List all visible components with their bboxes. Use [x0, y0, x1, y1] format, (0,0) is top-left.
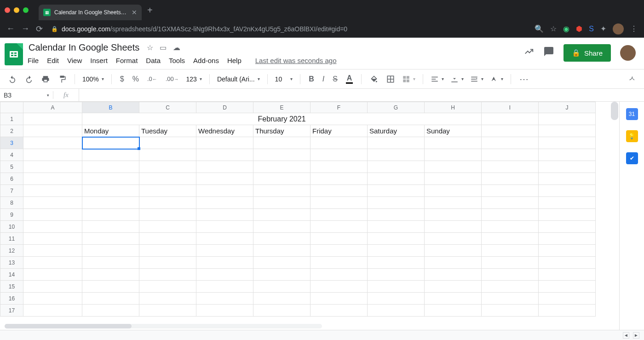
- cell-G5[interactable]: [368, 161, 425, 173]
- cell-F13[interactable]: [310, 257, 368, 269]
- cell-C6[interactable]: [139, 173, 196, 185]
- document-title[interactable]: Calendar In Google Sheets: [28, 41, 140, 54]
- tasks-sidepanel-icon[interactable]: ✔: [626, 152, 638, 164]
- reload-button[interactable]: ⟳: [36, 24, 43, 34]
- horizontal-align-dropdown[interactable]: ▾: [429, 75, 446, 83]
- cell-B11[interactable]: [82, 233, 139, 245]
- cell-I8[interactable]: [482, 197, 539, 209]
- currency-button[interactable]: $: [117, 73, 127, 85]
- cell-G14[interactable]: [368, 269, 425, 281]
- name-box[interactable]: B3 ▾: [0, 92, 53, 99]
- cell-G15[interactable]: [368, 281, 425, 293]
- cell-E13[interactable]: [253, 257, 310, 269]
- cell-F3[interactable]: [310, 137, 368, 149]
- cell-A2[interactable]: [23, 125, 82, 137]
- cell-A1[interactable]: [23, 113, 82, 125]
- cell-D13[interactable]: [196, 257, 253, 269]
- column-header-E[interactable]: E: [253, 102, 310, 113]
- cell-A4[interactable]: [23, 149, 82, 161]
- cell-F6[interactable]: [310, 173, 368, 185]
- cell-I12[interactable]: [482, 245, 539, 257]
- account-avatar[interactable]: [620, 45, 636, 61]
- comments-icon[interactable]: [543, 46, 554, 60]
- cell-J3[interactable]: [539, 137, 596, 149]
- cell-I3[interactable]: [482, 137, 539, 149]
- row-header-9[interactable]: 9: [0, 209, 23, 221]
- cell-G4[interactable]: [368, 149, 425, 161]
- cell-H12[interactable]: [425, 245, 482, 257]
- bold-button[interactable]: B: [306, 73, 317, 85]
- cell-G7[interactable]: [368, 185, 425, 197]
- column-header-D[interactable]: D: [196, 102, 253, 113]
- spreadsheet-grid[interactable]: ABCDEFGHIJ1February 20212MondayTuesdayWe…: [0, 102, 644, 330]
- row-header-12[interactable]: 12: [0, 245, 23, 257]
- cell-G10[interactable]: [368, 221, 425, 233]
- cell-B8[interactable]: [82, 197, 139, 209]
- cell-D12[interactable]: [196, 245, 253, 257]
- cell-G9[interactable]: [368, 209, 425, 221]
- cell-D5[interactable]: [196, 161, 253, 173]
- cell-J10[interactable]: [539, 221, 596, 233]
- cell-H16[interactable]: [425, 293, 482, 305]
- cell-B5[interactable]: [82, 161, 139, 173]
- cell-C4[interactable]: [139, 149, 196, 161]
- cell-I16[interactable]: [482, 293, 539, 305]
- row-header-11[interactable]: 11: [0, 233, 23, 245]
- cell-A11[interactable]: [23, 233, 82, 245]
- column-header-G[interactable]: G: [368, 102, 425, 113]
- calendar-sidepanel-icon[interactable]: 31: [626, 108, 638, 120]
- cell-B6[interactable]: [82, 173, 139, 185]
- font-size-dropdown[interactable]: 10▾: [273, 75, 295, 83]
- back-button[interactable]: ←: [6, 24, 15, 34]
- cell-D9[interactable]: [196, 209, 253, 221]
- cell-B4[interactable]: [82, 149, 139, 161]
- day-header-monday[interactable]: Monday: [82, 125, 139, 137]
- cell-G8[interactable]: [368, 197, 425, 209]
- cell-E15[interactable]: [253, 281, 310, 293]
- cell-A14[interactable]: [23, 269, 82, 281]
- cell-G3[interactable]: [368, 137, 425, 149]
- cell-C10[interactable]: [139, 221, 196, 233]
- cell-E3[interactable]: [253, 137, 310, 149]
- cell-C17[interactable]: [139, 305, 196, 317]
- cell-F8[interactable]: [310, 197, 368, 209]
- row-header-7[interactable]: 7: [0, 185, 23, 197]
- cell-J6[interactable]: [539, 173, 596, 185]
- text-rotation-dropdown[interactable]: ▾: [488, 75, 505, 83]
- cell-J15[interactable]: [539, 281, 596, 293]
- column-header-F[interactable]: F: [310, 102, 368, 113]
- cell-C16[interactable]: [139, 293, 196, 305]
- select-all-corner[interactable]: [0, 102, 23, 113]
- vertical-align-dropdown[interactable]: ▾: [448, 75, 466, 83]
- menu-view[interactable]: View: [67, 57, 82, 64]
- row-header-8[interactable]: 8: [0, 197, 23, 209]
- row-header-17[interactable]: 17: [0, 305, 23, 317]
- cell-E11[interactable]: [253, 233, 310, 245]
- cell-J4[interactable]: [539, 149, 596, 161]
- cell-I7[interactable]: [482, 185, 539, 197]
- cell-B17[interactable]: [82, 305, 139, 317]
- cell-D14[interactable]: [196, 269, 253, 281]
- undo-button[interactable]: [6, 73, 19, 85]
- zoom-icon[interactable]: 🔍: [535, 24, 544, 33]
- row-header-14[interactable]: 14: [0, 269, 23, 281]
- cell-B14[interactable]: [82, 269, 139, 281]
- cell-H17[interactable]: [425, 305, 482, 317]
- row-header-4[interactable]: 4: [0, 149, 23, 161]
- cell-E14[interactable]: [253, 269, 310, 281]
- cell-D15[interactable]: [196, 281, 253, 293]
- menu-file[interactable]: File: [28, 57, 39, 64]
- row-header-6[interactable]: 6: [0, 173, 23, 185]
- cell-A16[interactable]: [23, 293, 82, 305]
- menu-edit[interactable]: Edit: [47, 57, 59, 64]
- cell-D3[interactable]: [196, 137, 253, 149]
- text-wrap-dropdown[interactable]: ▾: [468, 75, 485, 83]
- day-header-saturday[interactable]: Saturday: [368, 125, 425, 137]
- star-icon[interactable]: ☆: [147, 43, 153, 52]
- cell-H8[interactable]: [425, 197, 482, 209]
- cell-C7[interactable]: [139, 185, 196, 197]
- last-edit-link[interactable]: Last edit was seconds ago: [255, 57, 337, 64]
- sheets-logo-icon[interactable]: [5, 43, 23, 65]
- close-tab-icon[interactable]: ✕: [132, 9, 137, 16]
- cell-F15[interactable]: [310, 281, 368, 293]
